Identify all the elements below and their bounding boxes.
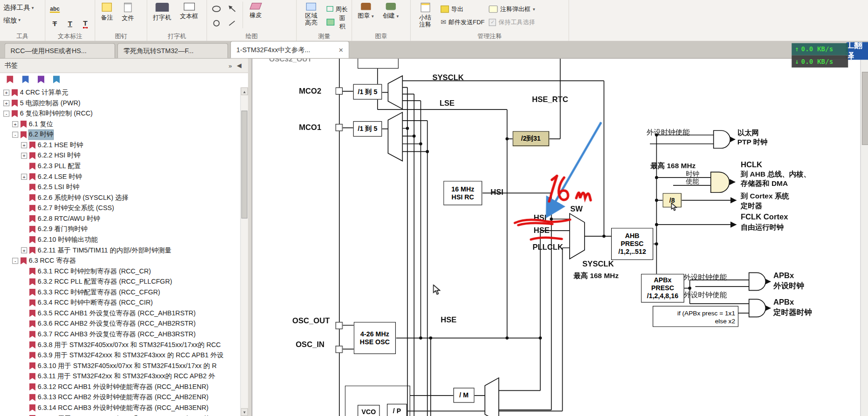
bookmark-item[interactable]: 6.3.10 用于 STM32F405xx/07xx 和 STM32F415xx… [0, 361, 240, 371]
bookmark-item[interactable]: 6.3.8 用于 STM32F405xx/07xx 和 STM32F415xx/… [0, 340, 240, 350]
typewriter-button[interactable]: 打字机 [151, 2, 173, 23]
collapse-panel-icon[interactable]: ◀ [235, 62, 244, 69]
bookmark-tool-button-3[interactable] [38, 75, 44, 85]
bookmark-item[interactable]: +6.2.1 HSE 时钟 [0, 140, 240, 150]
bookmark-item[interactable]: 6.3.9 用于 STM32F42xxx 和 STM32F43xxx 的 RCC… [0, 350, 240, 361]
textbox-button[interactable]: 文本框 [178, 2, 200, 22]
bookmark-label: 6.3.9 用于 STM32F42xxx 和 STM32F43xxx 的 RCC… [38, 351, 224, 360]
bookmark-item[interactable]: 6.3.1 RCC 时钟控制寄存器 (RCC_CR) [0, 266, 240, 277]
mouse-cursor [433, 284, 443, 295]
bookmark-label: 6.3.14 RCC AHB3 外设时钟使能寄存器 (RCC_AHB3ENR) [38, 403, 209, 413]
expander-icon[interactable]: + [21, 174, 27, 180]
file-attach-button[interactable]: 文件 [120, 2, 137, 23]
bookmark-item[interactable]: -6 复位和时钟控制 (RCC) [0, 109, 240, 119]
comment-popup-button[interactable]: 注释弹出框▾ [489, 3, 535, 14]
area-button[interactable]: 面积 [327, 17, 348, 28]
bookmark-item[interactable]: 6.3.12 RCC AHB1 外设时钟使能寄存器 (RCC_AHB1ENR) [0, 382, 240, 392]
line-tool-button[interactable] [226, 17, 238, 29]
tab-label: 1-STM32F4xx中文参考... [236, 45, 310, 55]
circle-tool-button[interactable] [210, 17, 222, 29]
bookmark-item[interactable]: +6.2.4 LSE 时钟 [0, 171, 240, 182]
bookmark-item[interactable]: 6.2.6 系统时钟 (SYSCLK) 选择 [0, 192, 240, 203]
email-fdf-button[interactable]: ✉邮件发送FDF [441, 17, 484, 28]
expander-icon[interactable]: - [12, 132, 18, 138]
bookmark-item[interactable]: 6.3.2 RCC PLL 配置寄存器 (RCC_PLLCFGR) [0, 277, 240, 287]
bookmark-icon [29, 383, 35, 390]
bookmark-icon [29, 278, 35, 285]
bookmark-item[interactable]: 6.3.7 RCC AHB3 外设复位寄存器 (RCC_AHB3RSTR) [0, 329, 240, 340]
bookmark-tool-button-2[interactable] [22, 75, 29, 85]
translator-button[interactable]: 工翻译 [846, 42, 868, 60]
bookmark-item[interactable]: 6.2.3 PLL 配置 [0, 161, 240, 172]
bookmark-item[interactable]: +5 电源控制器 (PWR) [0, 98, 240, 109]
keep-tool-checkbox[interactable]: ✓保持工具选择 [489, 17, 535, 28]
bookmark-item[interactable]: 6.2.5 LSI 时钟 [0, 182, 240, 193]
expander-icon[interactable]: + [3, 100, 9, 106]
document-tab-3-active[interactable]: 1-STM32F4xx中文参考...× [230, 41, 349, 58]
bookmark-item[interactable]: +6.2.2 HSI 时钟 [0, 150, 240, 161]
bookmark-item[interactable]: 6.3.13 RCC AHB2 外设时钟使能寄存器 (RCC_AHB2ENR) [0, 392, 240, 403]
expander-icon[interactable]: + [21, 142, 27, 148]
perimeter-button[interactable]: 周长 [327, 3, 348, 14]
bookmark-item[interactable]: 6.2.9 看门狗时钟 [0, 224, 240, 235]
scroll-up-icon[interactable]: ▲ [241, 88, 248, 95]
bookmark-item[interactable]: 6.3.4 RCC 时钟中断寄存器 (RCC_CIR) [0, 298, 240, 308]
bookmark-icon [21, 121, 27, 128]
expander-icon[interactable]: + [21, 247, 27, 253]
bookmark-item[interactable]: +4 CRC 计算单元 [0, 88, 240, 98]
stamp-button[interactable]: 图章 ▾ [355, 2, 376, 21]
export-comments-button[interactable]: 导出 [441, 3, 484, 14]
expander-icon[interactable]: - [12, 258, 18, 264]
create-stamp-button[interactable]: 创建 ▾ [380, 2, 401, 21]
expander-icon[interactable]: + [3, 89, 9, 95]
bookmark-icon [29, 194, 35, 201]
document-tab-2[interactable]: 零死角玩转STM32—F... [117, 43, 228, 58]
scrollbar-thumb[interactable] [241, 111, 248, 219]
expander-icon[interactable]: - [3, 111, 9, 117]
bookmark-purple-icon [38, 75, 44, 83]
bookmark-icon [29, 394, 35, 401]
oval-tool-button[interactable] [210, 3, 222, 15]
note-button[interactable]: 备注 [98, 2, 115, 23]
bookmark-item[interactable]: 6.3.5 RCC AHB1 外设复位寄存器 (RCC_AHB1RSTR) [0, 308, 240, 319]
bookmark-item[interactable]: 6.2.7 时钟安全系统 (CSS) [0, 203, 240, 214]
text-highlight-button[interactable]: abc [49, 3, 61, 15]
underline-text-button[interactable]: T [64, 17, 76, 29]
bookmark-item[interactable]: +6.2.11 基于 TIM5/TIM11 的内部/外部时钟测量 [0, 245, 240, 256]
note-icon [102, 3, 112, 12]
bookmarks-title: 书签 [5, 61, 18, 70]
bookmarks-scrollbar[interactable]: ▲ ▼ [240, 88, 248, 416]
select-tool-button[interactable]: 选择工具▾ [3, 2, 34, 14]
bookmark-label: 6.2.2 HSI 时钟 [38, 151, 81, 160]
panel-options-icon[interactable]: » [226, 62, 235, 69]
expander-icon[interactable]: + [21, 153, 27, 159]
bookmark-item[interactable]: 6.3.14 RCC AHB3 外设时钟使能寄存器 (RCC_AHB3ENR) [0, 403, 240, 414]
bookmark-item[interactable]: 6.2.10 时钟输出功能 [0, 235, 240, 246]
strikeout-text-button[interactable]: T [49, 17, 61, 29]
bookmark-tool-button-4[interactable] [53, 75, 60, 85]
bookmark-icon [29, 173, 35, 180]
bookmark-item[interactable]: -6.3 RCC 寄存器 [0, 256, 240, 266]
squiggly-text-button[interactable]: T [79, 17, 91, 29]
strikeout-icon: T [53, 19, 57, 27]
bookmark-item[interactable]: 6.2.8 RTC/AWU 时钟 [0, 213, 240, 224]
bookmark-tool-button-1[interactable] [7, 75, 13, 85]
document-tab-1[interactable]: RCC—使用HSE或者HS... [5, 43, 116, 58]
textbox-label: 文本框 [180, 12, 198, 20]
scroll-down-icon[interactable]: ▼ [241, 408, 248, 416]
eraser-button[interactable]: 橡皮 [248, 2, 264, 20]
bookmark-item[interactable]: 6.3.11 用于 STM32F42xx 和 STM32F43xxx的 RCC … [0, 371, 240, 382]
bookmark-item[interactable]: 6.3.15 用于 STM32F405xx/07xx 和 STM32F415xx… [0, 413, 240, 416]
area-highlight-button[interactable]: 区域高亮 [300, 2, 323, 27]
zoom-button[interactable]: 缩放▾ [3, 14, 21, 26]
bookmark-item[interactable]: -6.2 时钟 [0, 130, 240, 140]
arrow-tool-button[interactable] [226, 3, 238, 15]
bookmark-item[interactable]: 6.3.6 RCC AHB2 外设复位寄存器 (RCC_AHB2RSTR) [0, 319, 240, 329]
bookmark-item[interactable]: 6.3.3 RCC 时钟配置寄存器 (RCC_CFGR) [0, 287, 240, 298]
eraser-label: 橡皮 [250, 11, 262, 20]
summary-comments-button[interactable]: 小结注释 [414, 2, 436, 29]
close-tab-icon[interactable]: × [333, 46, 344, 54]
expander-icon[interactable]: + [12, 121, 18, 127]
panel-splitter[interactable] [248, 59, 252, 416]
bookmark-item[interactable]: +6.1 复位 [0, 119, 240, 130]
